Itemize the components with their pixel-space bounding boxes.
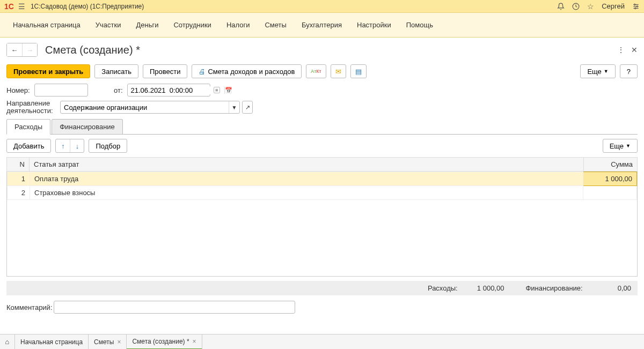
home-icon[interactable]: ⌂ <box>0 335 15 350</box>
comment-input[interactable] <box>54 301 295 314</box>
post-and-close-button[interactable]: Провести и закрыть <box>6 64 90 78</box>
menu-staff[interactable]: Сотрудники <box>166 18 218 32</box>
col-item[interactable]: Статья затрат <box>30 158 584 172</box>
close-icon[interactable]: ✕ <box>631 46 638 54</box>
toolbar: Провести и закрыть Записать Провести 🖨См… <box>0 62 644 84</box>
mail-icon: ✉ <box>335 68 341 76</box>
close-icon[interactable]: × <box>193 338 196 345</box>
save-button[interactable]: Записать <box>94 64 138 78</box>
logo: 1C <box>4 2 14 11</box>
calendar-icon[interactable]: 📅 <box>224 87 232 94</box>
direction-label: Направление деятельности: <box>6 100 60 115</box>
table-toolbar: Добавить ↑ ↓ Подбор Еще ▼ <box>6 135 638 157</box>
main-menu: Начальная страница Участки Деньги Сотруд… <box>0 13 644 38</box>
back-button[interactable]: ← <box>7 43 22 56</box>
bottom-tabs: ⌂ Начальная страница Сметы× Смета (созда… <box>0 334 644 349</box>
bell-icon[interactable] <box>557 3 565 10</box>
menu-plots[interactable]: Участки <box>88 18 129 32</box>
totals-financing-value: 0,00 <box>618 284 631 292</box>
totals-bar: Расходы: 1 000,00 Финансирование: 0,00 <box>6 281 638 295</box>
menu-accounting[interactable]: Бухгалтерия <box>294 18 349 32</box>
btab-home[interactable]: Начальная страница <box>15 335 89 350</box>
totals-financing-label: Финансирование: <box>525 284 582 292</box>
chevron-down-icon: ▼ <box>604 69 609 74</box>
toggle-icon[interactable]: ≡ <box>214 87 220 93</box>
number-input[interactable] <box>34 84 88 96</box>
nav-buttons: ← → <box>6 43 38 57</box>
number-label: Номер: <box>6 86 34 94</box>
page-header: ← → Смета (создание) * ⋮ ✕ <box>0 38 644 62</box>
history-icon[interactable] <box>572 3 580 10</box>
tabs: Расходы Финансирование <box>6 119 638 135</box>
close-icon[interactable]: × <box>117 338 121 346</box>
arrow-up-icon: ↑ <box>61 142 65 150</box>
totals-expenses-label: Расходы: <box>428 284 458 292</box>
print-icon: 🖨 <box>199 68 206 76</box>
print-report-button[interactable]: 🖨Смета доходов и расходов <box>192 64 302 78</box>
app-title: 1С:Садовод (демо) (1С:Предприятие) <box>31 3 144 10</box>
menu-home[interactable]: Начальная страница <box>5 18 88 32</box>
table-more-button[interactable]: Еще ▼ <box>603 139 638 153</box>
btab-estimates[interactable]: Сметы× <box>89 335 127 350</box>
from-label: от: <box>114 86 123 94</box>
more-button[interactable]: Еще ▼ <box>580 64 615 78</box>
menu-help[interactable]: Помощь <box>399 18 441 32</box>
menu-taxes[interactable]: Налоги <box>219 18 258 32</box>
help-button[interactable]: ? <box>620 64 638 78</box>
col-sum[interactable]: Сумма <box>584 158 638 172</box>
select-button[interactable]: Подбор <box>89 139 127 153</box>
col-n[interactable]: N <box>7 158 30 172</box>
star-icon[interactable]: ☆ <box>587 2 594 11</box>
user-name[interactable]: Сергей <box>602 2 625 10</box>
tree-icon: ▤ <box>355 68 362 76</box>
more-icon[interactable]: ⋮ <box>617 46 625 54</box>
post-button[interactable]: Провести <box>143 64 188 78</box>
table-row[interactable]: 1 Оплата труда 1 000,00 <box>8 172 637 186</box>
date-input[interactable]: 📅 <box>127 84 210 96</box>
forward-button: → <box>22 43 37 56</box>
btab-current[interactable]: Смета (создание) *× <box>127 335 202 350</box>
svg-point-4 <box>634 4 635 5</box>
move-down-button[interactable]: ↓ <box>70 139 84 152</box>
menu-icon[interactable]: ☰ <box>18 2 25 11</box>
move-up-button[interactable]: ↑ <box>56 139 70 152</box>
add-button[interactable]: Добавить <box>6 139 51 153</box>
open-ref-button[interactable]: ↗ <box>242 101 253 114</box>
arrow-down-icon: ↓ <box>76 142 79 150</box>
menu-settings[interactable]: Настройки <box>349 18 399 32</box>
page-title: Смета (создание) * <box>45 44 140 56</box>
svg-point-5 <box>636 5 638 6</box>
dropdown-icon[interactable]: ▼ <box>229 101 239 113</box>
table-row[interactable]: 2 Страховые взносы <box>8 186 637 200</box>
email-button[interactable]: ✉ <box>331 64 346 78</box>
tab-expenses[interactable]: Расходы <box>6 119 50 135</box>
totals-expenses-value: 1 000,00 <box>477 284 504 292</box>
tree-button[interactable]: ▤ <box>350 64 367 78</box>
expenses-table: N Статья затрат Сумма <box>6 157 638 172</box>
debit-credit-button[interactable]: АтКт <box>306 64 326 78</box>
menu-money[interactable]: Деньги <box>128 18 166 32</box>
chevron-down-icon: ▼ <box>626 143 631 148</box>
comment-label: Комментарий: <box>6 303 54 311</box>
direction-input[interactable]: ▼ <box>60 101 240 114</box>
menu-estimates[interactable]: Сметы <box>257 18 294 32</box>
tab-financing[interactable]: Финансирование <box>52 119 123 134</box>
svg-point-6 <box>635 8 636 9</box>
settings-icon[interactable] <box>632 3 640 10</box>
app-header: 1C ☰ 1С:Садовод (демо) (1С:Предприятие) … <box>0 0 644 13</box>
